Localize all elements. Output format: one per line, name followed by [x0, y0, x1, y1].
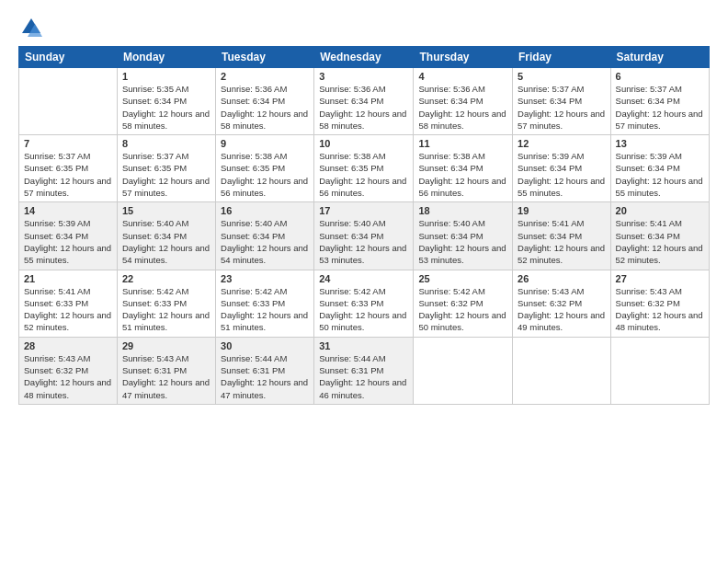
day-number: 16: [221, 205, 309, 216]
day-info: Sunrise: 5:43 AMSunset: 6:32 PMDaylight:…: [616, 285, 704, 334]
calendar-cell: 12Sunrise: 5:39 AMSunset: 6:34 PMDayligh…: [513, 135, 611, 202]
calendar-cell: 1Sunrise: 5:35 AMSunset: 6:34 PMDaylight…: [117, 68, 215, 135]
logo-icon: [18, 15, 44, 40]
weekday-header: Wednesday: [314, 47, 414, 68]
day-info: Sunrise: 5:36 AMSunset: 6:34 PMDaylight:…: [319, 83, 408, 132]
calendar-cell: 16Sunrise: 5:40 AMSunset: 6:34 PMDayligh…: [216, 202, 314, 270]
day-info: Sunrise: 5:42 AMSunset: 6:33 PMDaylight:…: [122, 285, 210, 334]
weekday-header: Thursday: [414, 47, 513, 68]
day-number: 10: [319, 138, 408, 149]
day-number: 20: [616, 205, 704, 216]
day-number: 19: [518, 205, 606, 216]
day-info: Sunrise: 5:40 AMSunset: 6:34 PMDaylight:…: [319, 217, 408, 266]
day-info: Sunrise: 5:41 AMSunset: 6:33 PMDaylight:…: [24, 285, 112, 334]
calendar-cell: 2Sunrise: 5:36 AMSunset: 6:34 PMDaylight…: [216, 68, 314, 135]
calendar-cell: 21Sunrise: 5:41 AMSunset: 6:33 PMDayligh…: [19, 270, 118, 337]
calendar-cell: 22Sunrise: 5:42 AMSunset: 6:33 PMDayligh…: [117, 270, 215, 337]
weekday-header: Tuesday: [216, 47, 314, 68]
calendar-cell: 29Sunrise: 5:43 AMSunset: 6:31 PMDayligh…: [117, 337, 215, 404]
day-number: 31: [319, 340, 408, 351]
day-info: Sunrise: 5:41 AMSunset: 6:34 PMDaylight:…: [616, 217, 704, 266]
calendar-cell: 25Sunrise: 5:42 AMSunset: 6:32 PMDayligh…: [414, 270, 513, 337]
day-info: Sunrise: 5:37 AMSunset: 6:34 PMDaylight:…: [616, 83, 704, 132]
calendar-cell: 31Sunrise: 5:44 AMSunset: 6:31 PMDayligh…: [314, 337, 414, 404]
calendar-cell: 28Sunrise: 5:43 AMSunset: 6:32 PMDayligh…: [19, 337, 118, 404]
calendar-cell: 20Sunrise: 5:41 AMSunset: 6:34 PMDayligh…: [610, 202, 709, 270]
calendar-cell: 18Sunrise: 5:40 AMSunset: 6:34 PMDayligh…: [414, 202, 513, 270]
weekday-header: Monday: [117, 47, 215, 68]
calendar-cell: 10Sunrise: 5:38 AMSunset: 6:35 PMDayligh…: [314, 135, 414, 202]
weekday-header: Saturday: [610, 47, 709, 68]
calendar-cell: 23Sunrise: 5:42 AMSunset: 6:33 PMDayligh…: [216, 270, 314, 337]
day-number: 4: [418, 71, 507, 82]
calendar-cell: 6Sunrise: 5:37 AMSunset: 6:34 PMDaylight…: [610, 68, 709, 135]
day-info: Sunrise: 5:40 AMSunset: 6:34 PMDaylight:…: [221, 217, 309, 266]
calendar-cell: 27Sunrise: 5:43 AMSunset: 6:32 PMDayligh…: [610, 270, 709, 337]
day-number: 5: [518, 71, 606, 82]
calendar-cell: 13Sunrise: 5:39 AMSunset: 6:34 PMDayligh…: [610, 135, 709, 202]
calendar-week-row: 28Sunrise: 5:43 AMSunset: 6:32 PMDayligh…: [19, 337, 710, 404]
day-number: 22: [122, 273, 210, 284]
calendar-cell: 5Sunrise: 5:37 AMSunset: 6:34 PMDaylight…: [513, 68, 611, 135]
day-number: 11: [418, 138, 507, 149]
day-number: 27: [616, 273, 704, 284]
day-info: Sunrise: 5:38 AMSunset: 6:34 PMDaylight:…: [418, 150, 507, 199]
day-info: Sunrise: 5:40 AMSunset: 6:34 PMDaylight:…: [122, 217, 210, 266]
calendar-cell: 24Sunrise: 5:42 AMSunset: 6:33 PMDayligh…: [314, 270, 414, 337]
calendar-cell: 9Sunrise: 5:38 AMSunset: 6:35 PMDaylight…: [216, 135, 314, 202]
day-number: 12: [518, 138, 606, 149]
calendar-cell: 4Sunrise: 5:36 AMSunset: 6:34 PMDaylight…: [414, 68, 513, 135]
day-number: 29: [122, 340, 210, 351]
day-number: 14: [24, 205, 112, 216]
day-number: 3: [319, 71, 408, 82]
calendar-cell: 30Sunrise: 5:44 AMSunset: 6:31 PMDayligh…: [216, 337, 314, 404]
calendar-cell: [610, 337, 709, 404]
day-number: 28: [24, 340, 112, 351]
day-info: Sunrise: 5:36 AMSunset: 6:34 PMDaylight:…: [221, 83, 309, 132]
day-number: 18: [418, 205, 507, 216]
day-info: Sunrise: 5:42 AMSunset: 6:32 PMDaylight:…: [418, 285, 507, 334]
day-info: Sunrise: 5:40 AMSunset: 6:34 PMDaylight:…: [418, 217, 507, 266]
day-info: Sunrise: 5:43 AMSunset: 6:32 PMDaylight:…: [24, 352, 112, 401]
calendar-cell: 19Sunrise: 5:41 AMSunset: 6:34 PMDayligh…: [513, 202, 611, 270]
day-info: Sunrise: 5:42 AMSunset: 6:33 PMDaylight:…: [319, 285, 408, 334]
day-number: 24: [319, 273, 408, 284]
header: [18, 15, 710, 40]
day-info: Sunrise: 5:38 AMSunset: 6:35 PMDaylight:…: [319, 150, 408, 199]
day-number: 15: [122, 205, 210, 216]
day-number: 13: [616, 138, 704, 149]
day-number: 9: [221, 138, 309, 149]
calendar-cell: [19, 68, 118, 135]
calendar-week-row: 21Sunrise: 5:41 AMSunset: 6:33 PMDayligh…: [19, 270, 710, 337]
day-info: Sunrise: 5:42 AMSunset: 6:33 PMDaylight:…: [221, 285, 309, 334]
calendar-cell: 17Sunrise: 5:40 AMSunset: 6:34 PMDayligh…: [314, 202, 414, 270]
day-number: 8: [122, 138, 210, 149]
day-info: Sunrise: 5:35 AMSunset: 6:34 PMDaylight:…: [122, 83, 210, 132]
calendar-week-row: 1Sunrise: 5:35 AMSunset: 6:34 PMDaylight…: [19, 68, 710, 135]
day-number: 1: [122, 71, 210, 82]
day-number: 30: [221, 340, 309, 351]
calendar-cell: 11Sunrise: 5:38 AMSunset: 6:34 PMDayligh…: [414, 135, 513, 202]
logo: [18, 15, 48, 40]
calendar-cell: 15Sunrise: 5:40 AMSunset: 6:34 PMDayligh…: [117, 202, 215, 270]
weekday-header-row: SundayMondayTuesdayWednesdayThursdayFrid…: [19, 47, 710, 68]
day-number: 2: [221, 71, 309, 82]
weekday-header: Friday: [513, 47, 611, 68]
day-info: Sunrise: 5:44 AMSunset: 6:31 PMDaylight:…: [319, 352, 408, 401]
day-info: Sunrise: 5:39 AMSunset: 6:34 PMDaylight:…: [616, 150, 704, 199]
calendar-cell: [414, 337, 513, 404]
day-info: Sunrise: 5:39 AMSunset: 6:34 PMDaylight:…: [24, 217, 112, 266]
day-number: 7: [24, 138, 112, 149]
day-number: 26: [518, 273, 606, 284]
day-info: Sunrise: 5:41 AMSunset: 6:34 PMDaylight:…: [518, 217, 606, 266]
page: SundayMondayTuesdayWednesdayThursdayFrid…: [0, 0, 728, 563]
day-info: Sunrise: 5:37 AMSunset: 6:34 PMDaylight:…: [518, 83, 606, 132]
calendar-cell: 26Sunrise: 5:43 AMSunset: 6:32 PMDayligh…: [513, 270, 611, 337]
weekday-header: Sunday: [19, 47, 118, 68]
day-number: 25: [418, 273, 507, 284]
day-info: Sunrise: 5:36 AMSunset: 6:34 PMDaylight:…: [418, 83, 507, 132]
day-info: Sunrise: 5:44 AMSunset: 6:31 PMDaylight:…: [221, 352, 309, 401]
day-info: Sunrise: 5:39 AMSunset: 6:34 PMDaylight:…: [518, 150, 606, 199]
calendar-cell: 3Sunrise: 5:36 AMSunset: 6:34 PMDaylight…: [314, 68, 414, 135]
day-number: 21: [24, 273, 112, 284]
